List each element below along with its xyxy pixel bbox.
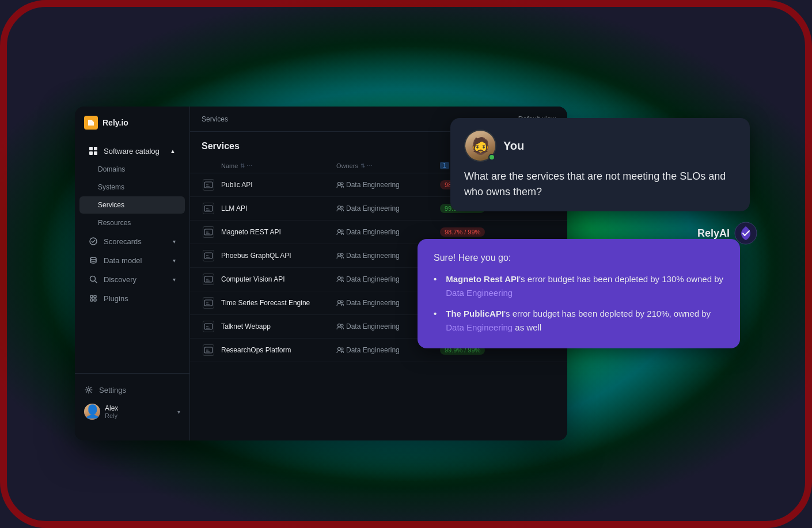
chevron-down-icon: ▾ <box>173 238 176 245</box>
grid-icon <box>89 146 98 155</box>
svg-point-13 <box>341 206 343 208</box>
people-icon <box>336 205 344 212</box>
user-name: Alex <box>105 404 173 412</box>
slo-icon: 1 <box>440 162 449 169</box>
slo-badge: 98.7% / 99% <box>440 227 485 237</box>
nav-section: Software catalog ▲ Domains Systems Servi… <box>75 141 189 373</box>
service-icon-box <box>203 226 214 238</box>
service-name: Talknet Webapp <box>221 322 336 331</box>
avatar-face: 👤 <box>84 404 100 420</box>
service-name: Public API <box>221 181 336 189</box>
logo-icon <box>84 116 98 130</box>
service-type-icon <box>202 249 215 263</box>
svg-point-30 <box>338 347 341 350</box>
svg-point-15 <box>338 229 341 232</box>
domains-label: Domains <box>98 165 125 173</box>
svg-point-16 <box>341 230 343 232</box>
people-icon <box>336 347 344 354</box>
svg-point-10 <box>341 183 343 185</box>
chat-user-name: You <box>503 139 524 153</box>
service-type-icon <box>202 225 215 239</box>
svg-rect-5 <box>90 299 93 301</box>
nav-item-software-catalog[interactable]: Software catalog ▲ <box>79 142 185 160</box>
user-company: Rely <box>105 412 173 419</box>
service-name: Phoebus GraphQL API <box>221 252 336 260</box>
user-row[interactable]: 👤 Alex Rely ▾ <box>75 399 189 424</box>
data-model-label: Data model <box>104 256 142 265</box>
nav-item-plugins[interactable]: Plugins <box>79 289 185 307</box>
service-owner: Data Engineering <box>336 228 440 236</box>
svg-rect-4 <box>94 295 96 298</box>
service-type-icon <box>202 272 215 286</box>
service-name: Time Series Forecast Engine <box>221 299 336 307</box>
user-info: Alex Rely <box>105 404 173 419</box>
chat-user-question: What are the services that are not meeti… <box>464 169 736 200</box>
service-owner: Data Engineering <box>336 181 440 189</box>
logo-text: Rely.io <box>103 118 128 127</box>
service-icon-box <box>203 250 214 261</box>
service-icon-box <box>203 274 214 285</box>
service-owner: Data Engineering <box>336 204 440 212</box>
people-icon <box>336 299 344 307</box>
bullet-1-link: Data Engineering <box>446 288 513 298</box>
sort-icon: ⇅ ⋯ <box>240 162 252 169</box>
chevron-up-icon: ▲ <box>170 148 176 154</box>
service-icon-box <box>203 179 214 191</box>
nav-item-resources[interactable]: Resources <box>79 214 185 231</box>
service-icon-box <box>203 297 214 309</box>
svg-point-21 <box>338 276 341 279</box>
service-icon-box <box>203 344 214 356</box>
services-label: Services <box>98 201 124 209</box>
nav-item-domains[interactable]: Domains <box>79 161 185 178</box>
resources-label: Resources <box>98 219 131 227</box>
settings-row[interactable]: Settings <box>75 381 189 399</box>
people-icon <box>336 323 344 331</box>
bullet-2-bold: The PublicAPI <box>446 309 504 318</box>
svg-point-2 <box>90 276 96 282</box>
bullet-1-content: Magneto Rest API's error budget has been… <box>446 272 724 300</box>
svg-point-12 <box>338 206 341 208</box>
chat-ai-bubble: Sure! Here you go: Magneto Rest API's er… <box>418 239 740 348</box>
svg-point-1 <box>90 257 96 260</box>
sidebar-bottom: Settings 👤 Alex Rely ▾ <box>75 373 189 431</box>
service-name: LLM API <box>221 204 336 212</box>
ai-list-item-2: The PublicAPI's error budget has been de… <box>434 307 724 335</box>
col-header-owners: Owners ⇅ ⋯ <box>336 162 440 169</box>
col-header-name: Name ⇅ ⋯ <box>221 162 336 169</box>
discovery-label: Discovery <box>104 275 136 284</box>
people-icon <box>336 252 344 260</box>
relyai-badge: RelyAI <box>697 222 757 245</box>
discovery-icon <box>89 275 98 284</box>
owners-col-label: Owners <box>336 162 358 169</box>
nav-item-discovery[interactable]: Discovery ▾ <box>79 270 185 288</box>
chat-user-bubble: 🧔 You What are the services that are not… <box>450 118 750 211</box>
user-chevron-icon: ▾ <box>177 409 180 415</box>
nav-item-systems[interactable]: Systems <box>79 178 185 196</box>
breadcrumb: Services <box>202 115 228 123</box>
nav-item-data-model[interactable]: Data model ▾ <box>79 251 185 269</box>
service-name: Magneto REST API <box>221 228 336 236</box>
svg-rect-6 <box>94 299 96 301</box>
svg-point-27 <box>338 324 341 326</box>
plugins-icon <box>89 294 98 303</box>
sort-icon-2: ⇅ ⋯ <box>361 162 373 169</box>
people-icon <box>336 229 344 236</box>
relyai-label: RelyAI <box>697 227 730 240</box>
scorecard-icon <box>89 237 98 246</box>
people-icon <box>336 276 344 283</box>
settings-label: Settings <box>99 386 126 394</box>
plugins-label: Plugins <box>104 294 128 303</box>
avatar: 👤 <box>84 404 100 420</box>
ai-intro-text: Sure! Here you go: <box>434 253 724 263</box>
service-type-icon <box>202 178 215 192</box>
nav-item-services[interactable]: Services <box>79 196 185 214</box>
service-type-icon <box>202 202 215 215</box>
bullet-1-bold: Magneto Rest API <box>446 274 519 284</box>
name-col-label: Name <box>221 162 238 169</box>
bullet-1-rest: 's error budget has been depleted by 130… <box>519 274 723 284</box>
nav-item-scorecards[interactable]: Scorecards ▾ <box>79 232 185 250</box>
chat-user-header: 🧔 You <box>464 130 736 162</box>
svg-point-18 <box>338 253 341 256</box>
bullet-2-link: Data Engineering <box>446 322 513 332</box>
service-icon-box <box>203 321 214 332</box>
